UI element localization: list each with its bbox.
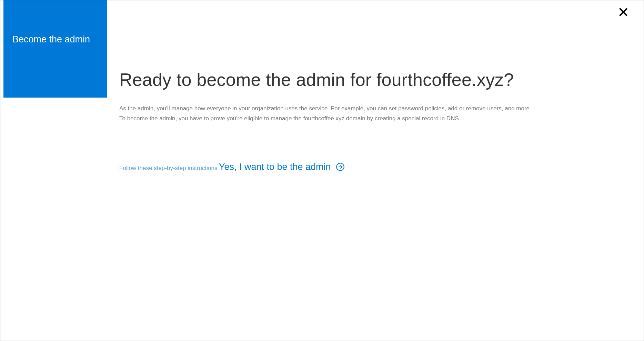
instructions-link[interactable]: Follow these step-by-step instructions xyxy=(119,165,217,172)
arrow-right-circle-icon xyxy=(336,162,345,171)
page-heading: Ready to become the admin for fourthcoff… xyxy=(119,69,623,90)
body-paragraph-1: As the admin, you'll manage how everyone… xyxy=(119,104,623,114)
close-icon xyxy=(618,7,628,17)
body-paragraph-2: To become the admin, you have to prove y… xyxy=(119,114,623,124)
cta-label: Yes, I want to be the admin xyxy=(219,162,331,172)
sidebar-tile: Become the admin xyxy=(3,0,107,98)
close-button[interactable] xyxy=(618,7,628,18)
sidebar-title: Become the admin xyxy=(12,34,90,45)
content-area: Ready to become the admin for fourthcoff… xyxy=(119,69,623,172)
confirm-admin-button[interactable]: Yes, I want to be the admin xyxy=(219,162,345,172)
